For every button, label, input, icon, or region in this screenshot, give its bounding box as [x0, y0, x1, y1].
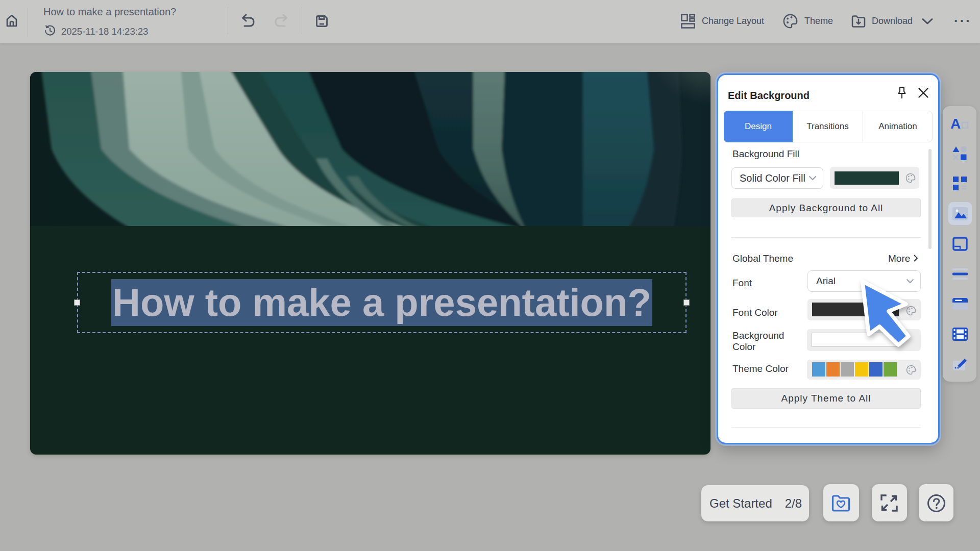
- svg-text:A: A: [950, 116, 961, 131]
